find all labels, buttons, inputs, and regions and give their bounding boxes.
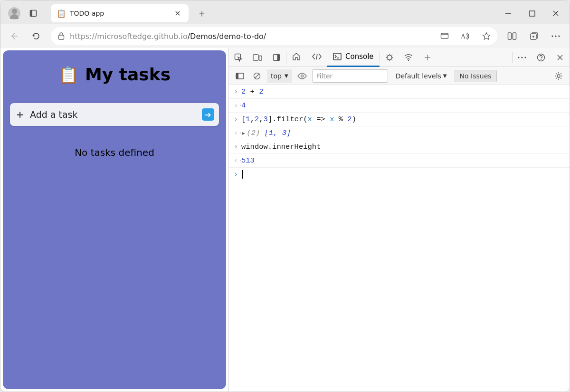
svg-line-58 <box>560 73 561 74</box>
console-filter-input[interactable]: Filter <box>312 69 388 83</box>
svg-rect-7 <box>59 35 64 39</box>
svg-point-50 <box>301 75 303 77</box>
svg-point-16 <box>551 35 553 37</box>
heading-text: My tasks <box>85 65 171 84</box>
svg-line-35 <box>387 59 388 60</box>
page-content: 📋 My tasks ＋ Add a task ➔ No tasks defin… <box>3 50 226 389</box>
browser-tab[interactable]: 📋 TODO app ✕ <box>51 4 189 22</box>
svg-rect-25 <box>333 53 341 60</box>
devtools-panel: Console top▼ Filter <box>228 48 570 392</box>
read-aloud-icon[interactable]: A <box>457 29 474 43</box>
tab-favicon: 📋 <box>57 9 66 18</box>
svg-point-17 <box>555 35 556 37</box>
new-tab-button[interactable]: ＋ <box>193 5 210 22</box>
svg-line-57 <box>560 78 561 79</box>
console-input-row: › 2 + 2 <box>229 85 570 99</box>
more-tabs-icon[interactable] <box>418 48 437 67</box>
network-conditions-icon[interactable] <box>399 48 418 67</box>
svg-point-41 <box>524 57 526 58</box>
site-info-icon[interactable] <box>57 32 65 40</box>
svg-rect-1 <box>30 10 33 17</box>
browser-menu-button[interactable] <box>546 26 566 46</box>
console-icon <box>333 53 342 60</box>
plus-icon: ＋ <box>15 107 25 122</box>
svg-rect-11 <box>508 33 512 39</box>
console-output[interactable]: › 2 + 2 ‹· 4 › [1,2,3].filter(x => x % 2… <box>229 85 570 392</box>
svg-text:A: A <box>461 33 466 40</box>
svg-rect-3 <box>530 11 535 16</box>
console-settings-icon[interactable] <box>551 69 566 83</box>
inspect-element-icon[interactable] <box>229 48 248 67</box>
console-input-row: › window.innerHeight <box>229 140 570 154</box>
devtools-tabstrip: Console <box>229 48 570 67</box>
svg-point-43 <box>541 59 542 60</box>
svg-line-56 <box>556 73 557 74</box>
device-emulation-icon[interactable] <box>248 48 267 67</box>
svg-line-59 <box>556 78 557 79</box>
dock-side-icon[interactable] <box>267 48 286 67</box>
svg-line-24 <box>316 54 317 59</box>
console-output-row: ‹· 4 <box>229 99 570 113</box>
svg-point-40 <box>521 57 522 58</box>
live-expression-icon[interactable] <box>295 69 309 83</box>
console-sidebar-toggle[interactable] <box>233 69 247 83</box>
svg-rect-20 <box>253 55 258 60</box>
svg-line-34 <box>391 55 392 56</box>
split-screen-button[interactable] <box>502 26 522 46</box>
profile-avatar[interactable] <box>8 7 20 19</box>
tab-elements[interactable] <box>306 48 327 67</box>
empty-state-text: No tasks defined <box>75 147 154 158</box>
nav-back-button[interactable] <box>4 26 24 46</box>
clipboard-icon: 📋 <box>58 65 78 84</box>
home-icon <box>292 52 301 61</box>
pwa-install-icon[interactable] <box>437 29 453 43</box>
svg-rect-12 <box>513 33 516 39</box>
address-bar-row: https://microsoftedge.github.io/Demos/de… <box>0 24 570 48</box>
tab-actions-button[interactable] <box>26 6 41 21</box>
console-input-row: › [1,2,3].filter(x => x % 2) <box>229 113 570 126</box>
devtools-menu-icon[interactable] <box>513 48 532 67</box>
svg-point-36 <box>408 59 408 60</box>
log-levels-dropdown[interactable]: Default levels▼ <box>391 72 452 80</box>
svg-line-49 <box>255 74 259 78</box>
window-minimize-button[interactable] <box>496 4 520 23</box>
svg-point-39 <box>518 57 519 58</box>
svg-line-33 <box>391 59 392 60</box>
svg-point-27 <box>387 55 392 60</box>
url-text: https://microsoftedge.github.io/Demos/de… <box>70 32 432 41</box>
console-toolbar: top▼ Filter Default levels▼ No Issues <box>229 67 570 85</box>
address-bar[interactable]: https://microsoftedge.github.io/Demos/de… <box>51 27 497 45</box>
window-maximize-button[interactable] <box>520 4 544 23</box>
add-task-placeholder: Add a task <box>30 109 197 120</box>
tab-console[interactable]: Console <box>327 48 380 67</box>
tab-close-icon[interactable]: ✕ <box>172 9 183 18</box>
svg-rect-21 <box>259 56 262 60</box>
help-icon[interactable] <box>532 48 551 67</box>
devtools-close-icon[interactable] <box>551 48 570 67</box>
console-output-row: ‹· ▸(2) [1, 3] <box>229 126 570 140</box>
no-issues-badge[interactable]: No Issues <box>455 70 497 82</box>
svg-point-18 <box>558 35 560 37</box>
issues-icon[interactable] <box>380 48 399 67</box>
tab-title: TODO app <box>70 10 169 17</box>
collections-button[interactable] <box>524 26 544 46</box>
elements-icon <box>312 53 322 60</box>
page-heading: 📋 My tasks <box>58 65 171 84</box>
submit-task-button[interactable]: ➔ <box>202 108 214 121</box>
clear-console-icon[interactable] <box>250 69 264 83</box>
window-close-button[interactable] <box>544 4 568 23</box>
svg-line-32 <box>387 55 388 56</box>
console-prompt[interactable]: › <box>229 168 570 181</box>
svg-rect-47 <box>236 73 238 79</box>
execution-context-dropdown[interactable]: top▼ <box>267 69 292 83</box>
nav-refresh-button[interactable] <box>26 26 46 46</box>
titlebar: 📋 TODO app ✕ ＋ <box>0 0 570 24</box>
tab-console-label: Console <box>345 52 374 61</box>
svg-rect-23 <box>277 54 280 60</box>
svg-rect-8 <box>441 33 448 38</box>
favorite-icon[interactable] <box>478 29 494 43</box>
console-output-row: ‹· 513 <box>229 154 570 168</box>
tab-welcome[interactable] <box>286 48 306 67</box>
add-task-input[interactable]: ＋ Add a task ➔ <box>10 103 219 126</box>
svg-point-51 <box>557 75 560 77</box>
